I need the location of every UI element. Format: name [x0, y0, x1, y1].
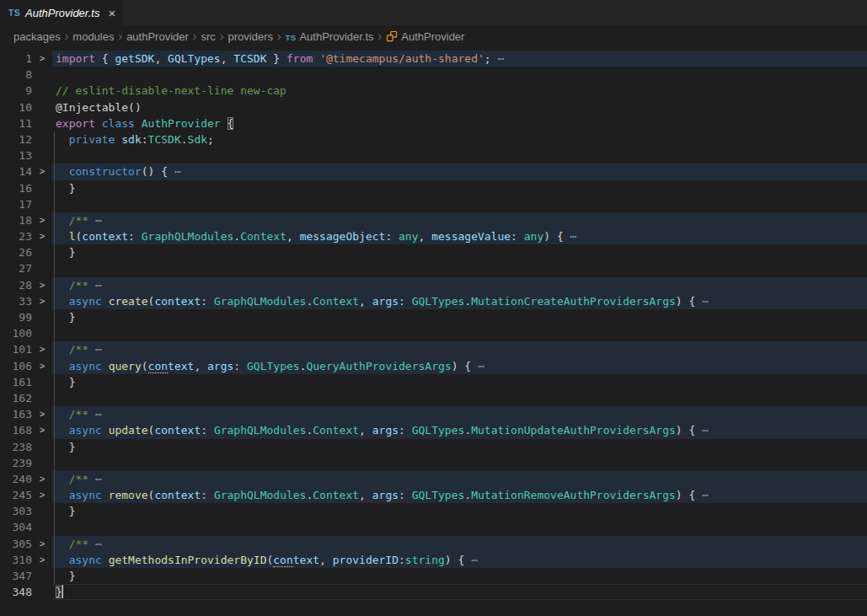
code-line[interactable]: l(context: GraphQLModules.Context, messa… [52, 228, 867, 244]
folded-code-ellipsis[interactable]: ⋯ [95, 538, 102, 550]
folded-code-ellipsis[interactable]: ⋯ [95, 343, 102, 356]
fold-chevron-icon[interactable]: > [32, 471, 52, 487]
fold-chevron-icon[interactable]: > [32, 293, 52, 309]
code-line[interactable]: } [52, 568, 867, 584]
code-row: 303 } [0, 503, 867, 519]
code-token: { [95, 52, 115, 65]
code-line[interactable]: async query(context, args: GQLTypes.Quer… [52, 358, 867, 374]
code-line[interactable]: } [52, 244, 867, 260]
code-line[interactable]: @Injectable() [52, 99, 867, 115]
code-line[interactable]: } [52, 584, 867, 600]
line-number: 240 [0, 471, 32, 487]
breadcrumb-item-authProvider[interactable]: authProvider [126, 30, 189, 43]
code-line[interactable]: async create(context: GraphQLModules.Con… [52, 293, 867, 309]
gutter-spacer [32, 584, 52, 600]
code-token: // eslint-disable-next-line new-cap [56, 84, 286, 97]
code-token: sdk [121, 133, 141, 146]
code-line[interactable]: } [52, 439, 867, 455]
code-token: /** [56, 473, 95, 485]
code-token: : [511, 230, 524, 243]
code-token: query [109, 360, 142, 372]
code-line[interactable] [52, 196, 867, 212]
line-number: 305 [0, 536, 32, 552]
code-token: . [464, 295, 471, 308]
folded-code-ellipsis[interactable]: ⋯ [702, 295, 709, 308]
code-token: con [148, 360, 168, 373]
code-token: ( [142, 360, 148, 372]
folded-code-ellipsis[interactable]: ⋯ [471, 554, 478, 566]
code-token: providerID [333, 554, 399, 566]
fold-chevron-icon[interactable]: > [32, 422, 52, 438]
fold-chevron-icon[interactable]: > [32, 487, 52, 503]
folded-code-ellipsis[interactable]: ⋯ [95, 279, 102, 292]
code-line[interactable]: export class AuthProvider { [52, 115, 867, 131]
fold-chevron-icon[interactable]: > [32, 406, 52, 422]
breadcrumb-item-modules[interactable]: modules [72, 30, 114, 43]
code-token: private [69, 133, 122, 146]
code-token [56, 165, 69, 178]
code-row: 18> /** ⋯ [0, 212, 867, 228]
code-line[interactable]: import { getSDK, GQLTypes, TCSDK } from … [52, 51, 867, 67]
line-number: 8 [0, 67, 32, 83]
code-line[interactable]: /** ⋯ [52, 406, 867, 422]
fold-chevron-icon[interactable]: > [32, 51, 52, 67]
folded-code-ellipsis[interactable]: ⋯ [95, 214, 102, 227]
code-line[interactable]: /** ⋯ [52, 471, 867, 487]
folded-code-ellipsis[interactable]: ⋯ [702, 489, 709, 501]
code-line[interactable]: /** ⋯ [52, 212, 867, 228]
code-line[interactable]: /** ⋯ [52, 341, 867, 357]
code-line[interactable] [52, 390, 867, 406]
folded-code-ellipsis[interactable]: ⋯ [497, 52, 504, 65]
code-line[interactable] [52, 147, 867, 163]
fold-chevron-icon[interactable]: > [32, 358, 52, 374]
folded-code-ellipsis[interactable]: ⋯ [174, 165, 181, 178]
code-line[interactable]: // eslint-disable-next-line new-cap [52, 83, 867, 99]
code-token: } [56, 570, 75, 582]
folded-code-ellipsis[interactable]: ⋯ [95, 473, 102, 485]
fold-chevron-icon[interactable]: > [32, 212, 52, 228]
code-line[interactable] [52, 519, 867, 535]
breadcrumb-item-providers[interactable]: providers [228, 30, 273, 43]
code-line[interactable]: async update(context: GraphQLModules.Con… [52, 422, 867, 438]
fold-chevron-icon[interactable]: > [32, 552, 52, 568]
folded-code-ellipsis[interactable]: ⋯ [570, 230, 577, 243]
code-token: args [207, 360, 233, 372]
breadcrumb-item-src[interactable]: src [201, 30, 216, 43]
code-row: 1>import { getSDK, GQLTypes, TCSDK } fro… [0, 51, 867, 67]
breadcrumb-item-packages[interactable]: packages [13, 30, 61, 43]
code-line[interactable]: } [52, 503, 867, 519]
code-line[interactable] [52, 455, 867, 471]
code-token: async [69, 295, 109, 308]
fold-chevron-icon[interactable]: > [32, 536, 52, 552]
code-row: 304 [0, 519, 867, 535]
breadcrumb-item-file[interactable]: TSAuthProvider.ts [286, 30, 374, 43]
code-line[interactable]: } [52, 374, 867, 390]
code-token: text [293, 554, 319, 566]
code-line[interactable] [52, 325, 867, 341]
fold-chevron-icon[interactable]: > [32, 341, 52, 357]
code-token: GraphQLModules [214, 424, 307, 437]
code-line[interactable]: } [52, 309, 867, 325]
line-number: 162 [0, 390, 32, 406]
code-line[interactable] [52, 260, 867, 276]
folded-code-ellipsis[interactable]: ⋯ [702, 424, 709, 437]
code-line[interactable]: /** ⋯ [52, 277, 867, 293]
code-token: } [56, 441, 75, 453]
code-line[interactable]: } [52, 180, 867, 196]
folded-code-ellipsis[interactable]: ⋯ [95, 408, 102, 420]
breadcrumb-item-symbol[interactable]: AuthProvider [386, 30, 464, 43]
fold-chevron-icon[interactable]: > [32, 228, 52, 244]
tab-close-icon[interactable]: × [108, 7, 115, 19]
fold-chevron-icon[interactable]: > [32, 163, 52, 179]
code-line[interactable] [52, 67, 867, 83]
code-line[interactable]: private sdk:TCSDK.Sdk; [52, 131, 867, 147]
fold-chevron-icon[interactable]: > [32, 277, 52, 293]
code-line[interactable]: async getMethodsInProviderByID(context, … [52, 552, 867, 568]
code-token: args [372, 424, 399, 437]
code-line[interactable]: async remove(context: GraphQLModules.Con… [52, 487, 867, 503]
code-row: 23> l(context: GraphQLModules.Context, m… [0, 228, 867, 244]
code-line[interactable]: constructor() { ⋯ [52, 163, 867, 179]
folded-code-ellipsis[interactable]: ⋯ [478, 360, 484, 372]
tab-authprovider[interactable]: TS AuthProvider.ts × [0, 0, 123, 25]
code-line[interactable]: /** ⋯ [52, 536, 867, 552]
